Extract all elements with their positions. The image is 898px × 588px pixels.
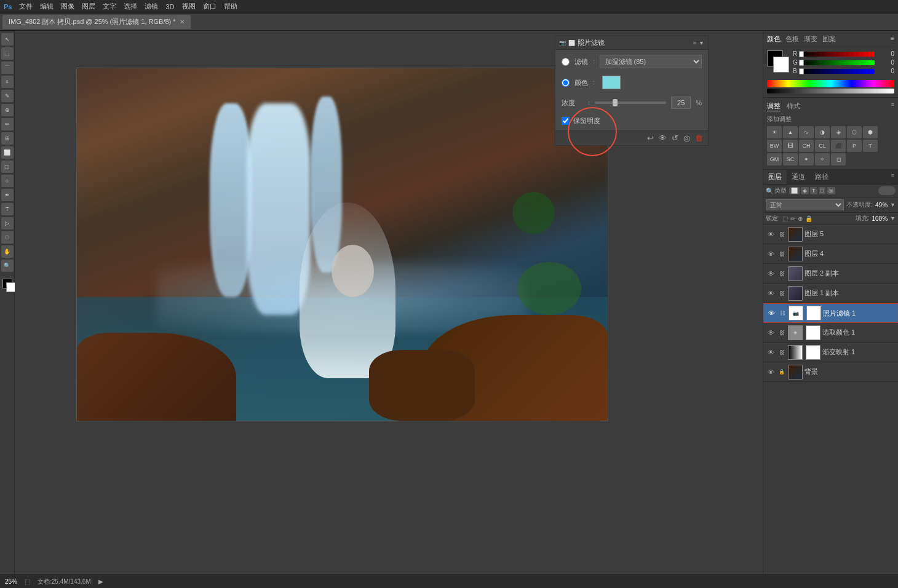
r-slider-thumb[interactable]: [799, 51, 804, 57]
layer-item-2copy[interactable]: 👁 ⛓ 图层 2 副本: [763, 264, 898, 284]
layer-item-5[interactable]: 👁 ⛓ 图层 5: [763, 224, 898, 244]
layer-2c-link[interactable]: ⛓: [777, 269, 786, 278]
foreground-color[interactable]: [2, 279, 12, 288]
color-swatch[interactable]: [602, 76, 621, 89]
layer-filter-pixel[interactable]: ⬜: [789, 187, 800, 194]
menu-view[interactable]: 视图: [182, 2, 196, 11]
layers-tab-layers[interactable]: 图层: [763, 170, 787, 184]
layer-4-link[interactable]: ⛓: [777, 250, 786, 258]
menu-image[interactable]: 图像: [61, 2, 74, 11]
color-tab-gradient[interactable]: 渐变: [804, 34, 817, 44]
menu-3d[interactable]: 3D: [165, 3, 174, 10]
adj-huesat[interactable]: ⬡: [847, 126, 862, 138]
layer-5-eye[interactable]: 👁: [766, 229, 776, 239]
layer-bg-eye[interactable]: 👁: [766, 367, 776, 377]
layer-item-gradmap[interactable]: 👁 ⛓ 渐变映射 1: [763, 343, 898, 362]
menu-layer[interactable]: 图层: [82, 2, 95, 11]
layer-item-4[interactable]: 👁 ⛓ 图层 4: [763, 244, 898, 264]
menu-edit[interactable]: 编辑: [40, 2, 54, 11]
layer-filter-toggle[interactable]: [878, 186, 896, 195]
density-slider-thumb[interactable]: [613, 99, 618, 106]
adj-tab-adjustments[interactable]: 调整: [767, 101, 781, 111]
prop-menu-icon[interactable]: ≡: [693, 40, 696, 46]
adj-invert[interactable]: ⬛: [831, 140, 846, 152]
layer-filter-type[interactable]: T: [810, 187, 817, 194]
path-select-tool[interactable]: ▷: [1, 217, 14, 229]
layer-gm-eye[interactable]: 👁: [766, 348, 776, 357]
layer-filter-smart[interactable]: ◎: [827, 187, 835, 194]
nav-icon[interactable]: ⬚: [25, 578, 30, 585]
density-value[interactable]: 25: [671, 97, 691, 109]
hand-tool[interactable]: ✋: [1, 245, 14, 258]
gradient-tool[interactable]: ◫: [1, 161, 14, 173]
zoom-tool[interactable]: 🔍: [1, 260, 14, 272]
g-slider-thumb[interactable]: [799, 60, 804, 66]
menu-filter[interactable]: 滤镜: [145, 2, 158, 11]
adj-bw[interactable]: BW: [767, 140, 782, 152]
layer-filter-shape[interactable]: □: [819, 187, 825, 194]
menu-select[interactable]: 选择: [124, 2, 137, 11]
prop-undo-icon[interactable]: ↺: [672, 133, 678, 143]
layer-1c-eye[interactable]: 👁: [766, 288, 776, 298]
clone-tool[interactable]: ⊞: [1, 132, 14, 145]
adj-extra3[interactable]: ◻: [831, 153, 846, 165]
prop-collapse-icon[interactable]: ▼: [699, 40, 704, 46]
adj-extra2[interactable]: ✧: [815, 153, 830, 165]
zoom-level[interactable]: 25%: [5, 578, 17, 585]
layer-pf-link[interactable]: ⛓: [778, 309, 787, 317]
density-slider-track[interactable]: [595, 101, 667, 104]
layers-panel-menu[interactable]: ≡: [888, 170, 898, 184]
adj-levels[interactable]: ▲: [783, 126, 798, 138]
filter-select[interactable]: 加温滤镜 (85): [600, 55, 702, 68]
prop-delete-icon[interactable]: 🗑: [695, 133, 703, 143]
document-tab[interactable]: IMG_4802 副本 拷贝.psd @ 25% (照片滤镜 1, RGB/8)…: [2, 15, 191, 29]
layers-tab-paths[interactable]: 路径: [810, 170, 833, 184]
layer-5-link[interactable]: ⛓: [777, 230, 786, 239]
color-panel-menu[interactable]: ≡: [891, 34, 894, 44]
prop-return-icon[interactable]: ↩: [647, 133, 654, 143]
adj-curves[interactable]: ∿: [799, 126, 814, 138]
layer-item-1copy[interactable]: 👁 ⛓ 图层 1 副本: [763, 284, 898, 303]
menu-type[interactable]: 文字: [103, 2, 116, 11]
layer-sc-eye[interactable]: 👁: [766, 328, 776, 338]
menu-window[interactable]: 窗口: [203, 2, 217, 11]
b-slider-thumb[interactable]: [799, 68, 804, 74]
color-tab-pattern[interactable]: 图案: [822, 34, 836, 44]
adj-selcolor[interactable]: SC: [783, 153, 798, 165]
preserve-brightness-checkbox[interactable]: [562, 117, 570, 125]
layer-item-selcolor[interactable]: 👁 ⛓ ◈ 选取颜色 1: [763, 323, 898, 343]
color-radio[interactable]: [562, 79, 570, 87]
layer-4-eye[interactable]: 👁: [766, 249, 776, 259]
adj-vibrance[interactable]: ◈: [831, 126, 846, 138]
move-tool[interactable]: ↖: [1, 33, 14, 46]
prop-visibility-icon[interactable]: ◎: [683, 133, 690, 143]
layer-item-photofilter[interactable]: 👁 ⛓ 📷 照片滤镜 1: [763, 303, 898, 323]
eraser-tool[interactable]: ⬜: [1, 146, 14, 159]
menu-help[interactable]: 帮助: [224, 2, 237, 11]
layer-1c-link[interactable]: ⛓: [777, 289, 786, 298]
tab-close-button[interactable]: ✕: [180, 18, 185, 25]
prop-view-icon[interactable]: 👁: [659, 133, 667, 143]
layer-pf-eye[interactable]: 👁: [766, 308, 776, 318]
adj-tab-styles[interactable]: 样式: [787, 101, 800, 111]
selection-tool[interactable]: ⬚: [1, 47, 14, 60]
b-slider-track[interactable]: [801, 69, 875, 74]
adj-colorbal[interactable]: ⬢: [863, 126, 878, 138]
adj-threshold[interactable]: T: [863, 140, 878, 152]
layer-filter-adjust[interactable]: ◈: [801, 187, 809, 194]
heal-tool[interactable]: ⊕: [1, 104, 14, 116]
color-tab-color[interactable]: 颜色: [767, 34, 781, 44]
fill-value[interactable]: 100%: [872, 215, 888, 222]
lock-all-icon[interactable]: 🔒: [805, 215, 813, 222]
layer-2c-eye[interactable]: 👁: [766, 269, 776, 279]
brightness-spectrum[interactable]: [767, 89, 894, 93]
type-tool[interactable]: T: [1, 203, 14, 215]
shape-tool[interactable]: □: [1, 231, 14, 244]
color-spectrum[interactable]: [767, 80, 894, 87]
g-slider-track[interactable]: [801, 60, 875, 65]
eyedropper-tool[interactable]: ✎: [1, 90, 14, 102]
crop-tool[interactable]: ⌗: [1, 76, 14, 88]
lasso-tool[interactable]: ⌒: [1, 62, 14, 74]
pen-tool[interactable]: ✒: [1, 189, 14, 201]
filter-radio[interactable]: [562, 58, 570, 66]
